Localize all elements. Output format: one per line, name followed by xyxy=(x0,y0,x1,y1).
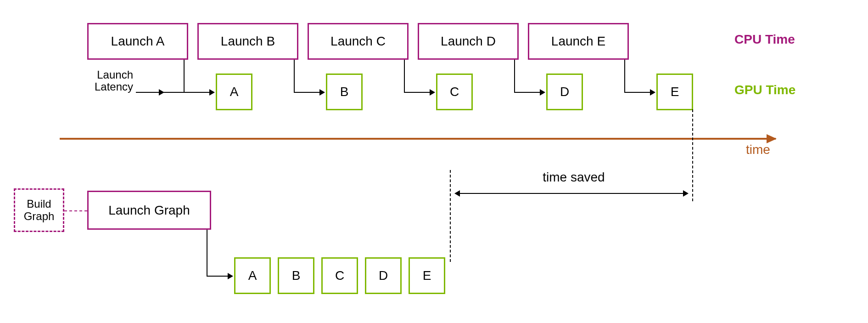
cpu-launch-label: Launch B xyxy=(221,34,275,49)
connector-arrow xyxy=(184,92,214,93)
gpu-kernel-label: B xyxy=(340,85,349,99)
launch-graph-label: Launch Graph xyxy=(108,203,190,218)
connector-arrow xyxy=(404,92,434,93)
connector-arrow xyxy=(514,92,544,93)
gpu-kernel-label: C xyxy=(450,85,459,99)
connector-line xyxy=(624,60,625,92)
connector-line xyxy=(404,60,405,92)
time-saved-marker-end xyxy=(692,109,693,201)
cpu-launch-label: Launch A xyxy=(111,34,165,49)
build-graph-connector xyxy=(64,210,87,211)
gpu-kernel-box: B xyxy=(278,257,314,294)
gpu-kernel-box: C xyxy=(436,74,473,110)
cpu-launch-box: Launch C xyxy=(308,23,409,60)
gpu-kernel-box: E xyxy=(409,257,445,294)
cpu-launch-box: Launch D xyxy=(418,23,519,60)
cpu-launch-label: Launch C xyxy=(330,34,386,49)
timeline-label: time xyxy=(746,142,770,157)
launch-latency-label: Launch Latency xyxy=(87,69,133,93)
cpu-launch-box: Launch A xyxy=(87,23,188,60)
gpu-kernel-label: E xyxy=(423,268,431,283)
time-saved-label: time saved xyxy=(514,170,633,185)
connector-arrow xyxy=(294,92,324,93)
gpu-kernel-label: A xyxy=(248,268,257,283)
gpu-kernel-box: D xyxy=(365,257,402,294)
gpu-kernel-box: D xyxy=(546,74,583,110)
connector-arrow xyxy=(136,92,163,93)
cpu-launch-label: Launch E xyxy=(551,34,605,49)
connector-line xyxy=(163,92,185,93)
launch-graph-box: Launch Graph xyxy=(87,191,211,230)
cpu-launch-box: Launch E xyxy=(528,23,629,60)
gpu-kernel-box: B xyxy=(326,74,363,110)
gpu-kernel-box: E xyxy=(656,74,693,110)
connector-line xyxy=(294,60,295,92)
cpu-launch-box: Launch B xyxy=(197,23,298,60)
cpu-launch-label: Launch D xyxy=(441,34,496,49)
gpu-kernel-label: C xyxy=(335,268,344,283)
gpu-kernel-label: E xyxy=(671,85,679,99)
gpu-kernel-label: D xyxy=(379,268,388,283)
connector-line xyxy=(184,60,185,92)
legend-cpu-time: CPU Time xyxy=(734,32,795,47)
gpu-kernel-box: A xyxy=(216,74,252,110)
connector-arrow xyxy=(207,276,232,277)
legend-gpu-time: GPU Time xyxy=(734,83,795,97)
connector-line xyxy=(514,60,515,92)
gpu-kernel-box: A xyxy=(234,257,271,294)
diagram-root: Launch A Launch B Launch C Launch D Laun… xyxy=(0,0,868,323)
gpu-kernel-label: A xyxy=(230,85,239,99)
connector-line xyxy=(207,230,207,276)
time-saved-marker-start xyxy=(450,170,451,262)
gpu-kernel-box: C xyxy=(321,257,358,294)
connector-arrow xyxy=(624,92,655,93)
gpu-kernel-label: B xyxy=(292,268,301,283)
build-graph-box: Build Graph xyxy=(14,188,64,232)
timeline-arrow xyxy=(60,138,776,140)
gpu-kernel-label: D xyxy=(560,85,569,99)
time-saved-arrow xyxy=(455,193,688,194)
